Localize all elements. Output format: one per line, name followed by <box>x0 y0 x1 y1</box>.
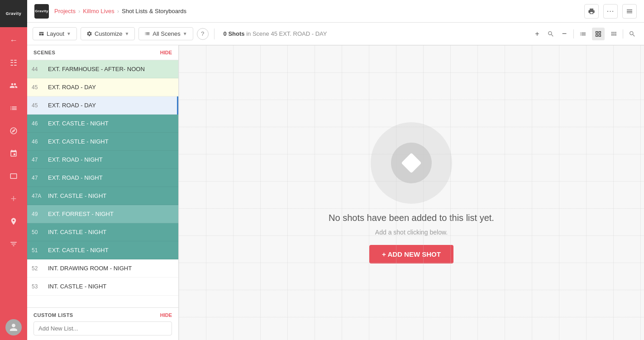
nav-calendar-icon[interactable] <box>0 142 27 165</box>
scene-item-wrapper: 47EXT. ROAD - NIGHT <box>27 169 178 187</box>
scenes-hide-button[interactable]: HIDE <box>160 50 172 55</box>
active-border <box>177 96 178 115</box>
scene-label: EXT. CASTLE - NIGHT <box>48 120 109 127</box>
scene-list-item[interactable]: 47AINT. CASTLE - NIGHT <box>27 187 178 205</box>
all-scenes-chevron: ▼ <box>183 31 187 36</box>
scene-list-item[interactable]: 53INT. CASTLE - NIGHT <box>27 278 178 296</box>
zoom-fit-button[interactable] <box>544 28 557 40</box>
scene-list-item[interactable]: 49EXT. FORREST - NIGHT <box>27 205 178 223</box>
menu-button[interactable] <box>622 4 637 19</box>
scene-item-wrapper: 44EXT. FARMHOUSE - AFTER- NOON <box>27 60 178 78</box>
scene-item-wrapper: 45EXT. ROAD - DAY <box>27 96 178 115</box>
scene-number: 51 <box>32 247 48 254</box>
shot-count-info: 0 Shots in Scene 45 EXT. ROAD - DAY <box>224 30 327 37</box>
scene-label: EXT. FARMHOUSE - AFTER- NOON <box>48 66 145 72</box>
scene-list-item[interactable]: 47EXT. ROAD - NIGHT <box>27 169 178 187</box>
scene-number: 45 <box>32 84 48 91</box>
nav-users-icon[interactable] <box>0 74 27 97</box>
nav-filter-icon[interactable] <box>0 233 27 255</box>
scene-number: 46 <box>32 139 48 145</box>
scene-list-item[interactable]: 52INT. DRAWING ROOM - NIGHT <box>27 259 178 278</box>
scene-label: EXT. CASTLE - NIGHT <box>48 247 109 254</box>
empty-state-icon <box>371 122 452 204</box>
toolbar-separator <box>214 29 215 39</box>
scene-list-item[interactable]: 45EXT. ROAD - DAY <box>27 78 178 96</box>
scene-item-wrapper: 53INT. CASTLE - NIGHT <box>27 278 178 296</box>
customize-chevron: ▼ <box>124 31 129 36</box>
nav-window-icon[interactable] <box>0 165 27 187</box>
scene-list-item[interactable]: 46EXT. CASTLE - NIGHT <box>27 115 178 133</box>
breadcrumb-projects[interactable]: Projects <box>54 8 76 14</box>
scene-label: EXT. ROAD - DAY <box>48 102 96 109</box>
header-right: ··· <box>584 4 637 19</box>
toolbar-bar: Layout ▼ Customize ▼ All Scenes ▼ ? 0 Sh… <box>27 23 644 45</box>
custom-lists-section: CUSTOM LISTS HIDE <box>27 307 178 340</box>
nav-plus-icon[interactable]: + <box>0 187 27 210</box>
scene-number: 45 <box>32 102 48 109</box>
main-area: Gravity Projects › Killmo Lives › Shot L… <box>27 0 644 340</box>
header-bar: Gravity Projects › Killmo Lives › Shot L… <box>27 0 644 23</box>
breadcrumb: Projects › Killmo Lives › Shot Lists & S… <box>54 8 186 14</box>
scene-number: 44 <box>32 66 48 72</box>
scenes-title: SCENES <box>33 50 55 55</box>
scene-number: 47A <box>32 193 48 199</box>
nav-back-icon[interactable]: ← <box>0 29 27 52</box>
scene-label: EXT. CASTLE - NIGHT <box>48 138 109 145</box>
scene-item-wrapper: 47EXT. ROAD - NIGHT <box>27 151 178 169</box>
scenes-header: SCENES HIDE <box>27 45 178 60</box>
scene-label: INT. CASTLE - NIGHT <box>48 229 106 235</box>
layout-button[interactable]: Layout ▼ <box>33 27 77 40</box>
nav-storyboard-icon[interactable]: ☷ <box>0 52 27 74</box>
empty-state-icon-inner <box>391 143 432 183</box>
scene-list-item[interactable]: 45EXT. ROAD - DAY <box>27 96 178 115</box>
list-view-button[interactable] <box>577 28 589 40</box>
main-panel: No shots have been added to this list ye… <box>179 45 644 340</box>
scene-number: 46 <box>32 120 48 127</box>
more-options-button[interactable]: ··· <box>603 4 618 19</box>
print-button[interactable] <box>584 4 599 19</box>
breadcrumb-sep-2: › <box>117 8 119 14</box>
custom-lists-title: CUSTOM LISTS <box>33 312 73 318</box>
scene-label: EXT. ROAD - NIGHT <box>48 156 103 163</box>
scene-list-item[interactable]: 46EXT. CASTLE - NIGHT <box>27 133 178 151</box>
user-avatar[interactable] <box>5 319 22 335</box>
toolbar-right-icons: + − <box>531 28 639 40</box>
nav-list-icon[interactable] <box>0 97 27 120</box>
layout-chevron: ▼ <box>67 31 71 36</box>
search-button[interactable] <box>626 28 639 40</box>
scene-item-wrapper: 46EXT. CASTLE - NIGHT <box>27 133 178 151</box>
empty-state-title: No shots have been added to this list ye… <box>329 213 494 223</box>
grid3-view-button[interactable] <box>607 28 620 40</box>
scene-list-item[interactable]: 47EXT. ROAD - NIGHT <box>27 151 178 169</box>
nav-compass-icon[interactable] <box>0 120 27 142</box>
customize-button[interactable]: Customize ▼ <box>81 27 135 40</box>
scene-number: 49 <box>32 211 48 217</box>
custom-lists-header: CUSTOM LISTS HIDE <box>33 312 172 318</box>
scene-list-item[interactable]: 50INT. CASTLE - NIGHT <box>27 223 178 241</box>
custom-lists-hide-button[interactable]: HIDE <box>160 312 172 318</box>
app-logo[interactable]: Gravity <box>0 0 27 27</box>
scene-label: INT. DRAWING ROOM - NIGHT <box>48 265 132 272</box>
icon-sidebar: Gravity ← ☷ + <box>0 0 27 340</box>
scene-item-wrapper: 49EXT. FORREST - NIGHT <box>27 205 178 223</box>
zoom-out-button[interactable]: − <box>558 28 571 40</box>
zoom-in-button[interactable]: + <box>531 28 544 40</box>
scene-label: EXT. ROAD - DAY <box>48 84 96 91</box>
scene-number: 47 <box>32 175 48 181</box>
empty-state-diamond <box>401 153 421 173</box>
breadcrumb-project[interactable]: Killmo Lives <box>83 8 114 14</box>
nav-location-icon[interactable] <box>0 210 27 233</box>
add-list-input[interactable] <box>33 321 172 335</box>
scene-number: 47 <box>32 157 48 163</box>
scene-list-item[interactable]: 51EXT. CASTLE - NIGHT <box>27 241 178 259</box>
scenes-sidebar: SCENES HIDE 44EXT. FARMHOUSE - AFTER- NO… <box>27 45 179 340</box>
scene-item-wrapper: 46EXT. CASTLE - NIGHT <box>27 115 178 133</box>
grid2-view-button[interactable] <box>592 28 605 40</box>
scene-list-item[interactable]: 44EXT. FARMHOUSE - AFTER- NOON <box>27 60 178 78</box>
scenes-list: 44EXT. FARMHOUSE - AFTER- NOON45EXT. ROA… <box>27 60 178 307</box>
content-area: SCENES HIDE 44EXT. FARMHOUSE - AFTER- NO… <box>27 45 644 340</box>
scene-item-wrapper: 51EXT. CASTLE - NIGHT <box>27 241 178 259</box>
help-button[interactable]: ? <box>197 28 209 40</box>
all-scenes-button[interactable]: All Scenes ▼ <box>138 27 193 40</box>
add-shot-button[interactable]: + ADD NEW SHOT <box>369 245 453 263</box>
